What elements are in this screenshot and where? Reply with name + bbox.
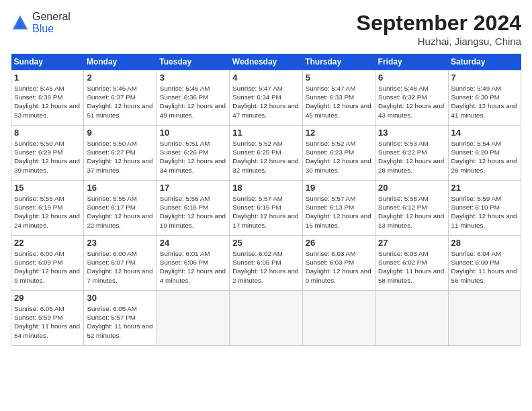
day-info: Sunrise: 5:55 AMSunset: 6:17 PMDaylight:… [87,194,153,230]
day-info: Sunrise: 5:48 AMSunset: 6:32 PMDaylight:… [378,84,445,120]
day-number: 24 [160,238,226,248]
week-row-4: 22Sunrise: 6:00 AMSunset: 6:09 PMDayligh… [11,236,521,291]
day-number: 26 [306,238,372,248]
day-info: Sunrise: 5:56 AMSunset: 6:16 PMDaylight:… [160,194,226,230]
week-row-5: 29Sunrise: 6:05 AMSunset: 5:59 PMDayligh… [11,291,521,346]
day-cell: 9Sunrise: 5:50 AMSunset: 6:27 PMDaylight… [84,126,157,181]
logo-icon [11,13,30,32]
weekday-header-thursday: Thursday [302,54,375,71]
day-cell: 18Sunrise: 5:57 AMSunset: 6:15 PMDayligh… [230,181,302,236]
day-info: Sunrise: 6:02 AMSunset: 6:05 PMDaylight:… [232,249,299,285]
weekday-header-sunday: Sunday [11,54,84,71]
day-number: 23 [87,238,153,248]
day-cell: 24Sunrise: 6:01 AMSunset: 6:06 PMDayligh… [157,236,229,291]
calendar-table: SundayMondayTuesdayWednesdayThursdayFrid… [11,54,521,346]
week-row-3: 15Sunrise: 5:55 AMSunset: 6:19 PMDayligh… [11,181,521,236]
day-cell: 4Sunrise: 5:47 AMSunset: 6:34 PMDaylight… [230,71,302,126]
day-number: 21 [451,183,518,193]
day-info: Sunrise: 5:59 AMSunset: 6:10 PMDaylight:… [451,194,518,230]
month-title: September 2024 [357,11,521,36]
day-number: 2 [87,73,153,83]
day-cell: 3Sunrise: 5:46 AMSunset: 6:36 PMDaylight… [157,71,229,126]
day-info: Sunrise: 5:57 AMSunset: 6:15 PMDaylight:… [232,194,299,230]
day-cell [448,291,521,346]
day-number: 5 [306,73,372,83]
day-info: Sunrise: 6:00 AMSunset: 6:07 PMDaylight:… [87,249,153,285]
day-cell: 20Sunrise: 5:58 AMSunset: 6:12 PMDayligh… [375,181,448,236]
day-info: Sunrise: 6:05 AMSunset: 5:57 PMDaylight:… [87,304,153,340]
week-row-1: 1Sunrise: 5:45 AMSunset: 6:38 PMDaylight… [11,71,521,126]
day-cell: 29Sunrise: 6:05 AMSunset: 5:59 PMDayligh… [11,291,84,346]
day-number: 15 [14,183,81,193]
weekday-header-row: SundayMondayTuesdayWednesdayThursdayFrid… [11,54,521,71]
day-number: 27 [378,238,445,248]
day-cell: 28Sunrise: 6:04 AMSunset: 6:00 PMDayligh… [448,236,521,291]
day-info: Sunrise: 5:47 AMSunset: 6:33 PMDaylight:… [306,84,372,120]
day-cell [302,291,375,346]
day-info: Sunrise: 5:52 AMSunset: 6:23 PMDaylight:… [306,139,372,175]
day-cell: 17Sunrise: 5:56 AMSunset: 6:16 PMDayligh… [157,181,229,236]
day-number: 1 [14,73,81,83]
day-cell: 23Sunrise: 6:00 AMSunset: 6:07 PMDayligh… [84,236,157,291]
day-cell: 27Sunrise: 6:03 AMSunset: 6:02 PMDayligh… [375,236,448,291]
day-info: Sunrise: 6:03 AMSunset: 6:02 PMDaylight:… [378,249,445,285]
day-cell: 8Sunrise: 5:50 AMSunset: 6:29 PMDaylight… [11,126,84,181]
logo-blue: Blue [32,23,54,34]
day-cell: 13Sunrise: 5:53 AMSunset: 6:22 PMDayligh… [375,126,448,181]
week-row-2: 8Sunrise: 5:50 AMSunset: 6:29 PMDaylight… [11,126,521,181]
day-info: Sunrise: 5:58 AMSunset: 6:12 PMDaylight:… [378,194,445,230]
day-number: 22 [14,238,81,248]
day-cell: 12Sunrise: 5:52 AMSunset: 6:23 PMDayligh… [302,126,375,181]
day-info: Sunrise: 5:46 AMSunset: 6:36 PMDaylight:… [160,84,226,120]
day-cell: 11Sunrise: 5:52 AMSunset: 6:25 PMDayligh… [230,126,302,181]
location: Huzhai, Jiangsu, China [357,36,521,47]
day-number: 16 [87,183,153,193]
day-info: Sunrise: 5:54 AMSunset: 6:20 PMDaylight:… [451,139,518,175]
day-number: 13 [378,128,445,138]
day-info: Sunrise: 5:57 AMSunset: 6:13 PMDaylight:… [306,194,372,230]
weekday-header-friday: Friday [375,54,448,71]
weekday-header-saturday: Saturday [448,54,521,71]
day-number: 10 [160,128,226,138]
header: General Blue September 2024 Huzhai, Jian… [11,11,521,47]
day-info: Sunrise: 6:04 AMSunset: 6:00 PMDaylight:… [451,249,518,285]
day-number: 9 [87,128,153,138]
weekday-header-wednesday: Wednesday [230,54,302,71]
day-cell: 10Sunrise: 5:51 AMSunset: 6:26 PMDayligh… [157,126,229,181]
day-number: 14 [451,128,518,138]
logo: General Blue [11,11,71,35]
title-area: September 2024 Huzhai, Jiangsu, China [357,11,521,47]
day-info: Sunrise: 5:47 AMSunset: 6:34 PMDaylight:… [232,84,299,120]
day-cell: 6Sunrise: 5:48 AMSunset: 6:32 PMDaylight… [375,71,448,126]
day-cell [157,291,229,346]
day-info: Sunrise: 6:01 AMSunset: 6:06 PMDaylight:… [160,249,226,285]
day-info: Sunrise: 5:52 AMSunset: 6:25 PMDaylight:… [232,139,299,175]
day-info: Sunrise: 5:53 AMSunset: 6:22 PMDaylight:… [378,139,445,175]
day-cell: 7Sunrise: 5:49 AMSunset: 6:30 PMDaylight… [448,71,521,126]
day-cell: 15Sunrise: 5:55 AMSunset: 6:19 PMDayligh… [11,181,84,236]
day-number: 19 [306,183,372,193]
day-number: 12 [306,128,372,138]
day-cell: 19Sunrise: 5:57 AMSunset: 6:13 PMDayligh… [302,181,375,236]
day-number: 25 [232,238,299,248]
day-cell [230,291,302,346]
day-number: 28 [451,238,518,248]
day-cell: 16Sunrise: 5:55 AMSunset: 6:17 PMDayligh… [84,181,157,236]
day-number: 3 [160,73,226,83]
day-info: Sunrise: 5:45 AMSunset: 6:37 PMDaylight:… [87,84,153,120]
day-cell: 2Sunrise: 5:45 AMSunset: 6:37 PMDaylight… [84,71,157,126]
day-cell: 21Sunrise: 5:59 AMSunset: 6:10 PMDayligh… [448,181,521,236]
day-number: 18 [232,183,299,193]
weekday-header-monday: Monday [84,54,157,71]
day-info: Sunrise: 5:55 AMSunset: 6:19 PMDaylight:… [14,194,81,230]
day-cell: 22Sunrise: 6:00 AMSunset: 6:09 PMDayligh… [11,236,84,291]
day-info: Sunrise: 5:49 AMSunset: 6:30 PMDaylight:… [451,84,518,120]
day-cell: 1Sunrise: 5:45 AMSunset: 6:38 PMDaylight… [11,71,84,126]
day-info: Sunrise: 5:50 AMSunset: 6:27 PMDaylight:… [87,139,153,175]
day-number: 11 [232,128,299,138]
day-number: 6 [378,73,445,83]
day-cell: 5Sunrise: 5:47 AMSunset: 6:33 PMDaylight… [302,71,375,126]
day-info: Sunrise: 6:05 AMSunset: 5:59 PMDaylight:… [14,304,81,340]
weekday-header-tuesday: Tuesday [157,54,229,71]
day-info: Sunrise: 6:03 AMSunset: 6:03 PMDaylight:… [306,249,372,285]
